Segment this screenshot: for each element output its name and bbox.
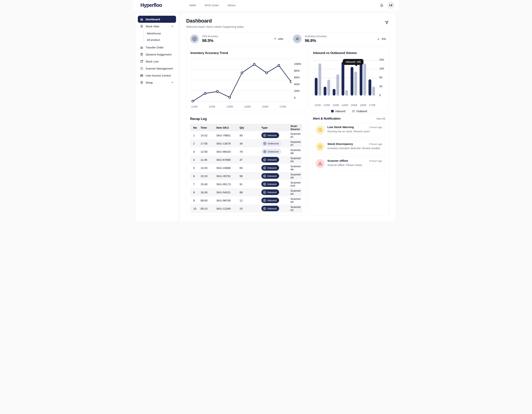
bar-chart-x-axis: 11/0912/0913/0914/0915/0916/0917/09 <box>313 104 377 107</box>
sidebar-item-scanner-management[interactable]: Scanner Management <box>138 65 176 72</box>
alert-title: Low Stock Warning <box>327 125 354 129</box>
line-point <box>266 72 267 74</box>
bar-inbound <box>342 62 344 96</box>
bar-outbond <box>327 80 330 96</box>
view-all-link[interactable]: View All <box>376 117 385 120</box>
table-row: 715:40SKU-9517391InboundScanner #10 <box>190 180 302 188</box>
sidebar-item-transfer-order[interactable]: Transfer Order <box>138 44 176 51</box>
x-tick-label: 16/09 <box>360 104 366 107</box>
main-content: Dashboard Welcome back! Here's what's ha… <box>180 13 395 221</box>
table-row: 1009:15SKU-1234523InboundScanner #2 <box>190 204 302 212</box>
line-point <box>192 100 194 102</box>
sidebar-item-label: User Access Control <box>146 74 171 77</box>
line-chart-x-axis: 11/0912/0913/0914/0915/0917/09 <box>190 103 292 108</box>
arrow-down-icon <box>377 37 380 40</box>
sidebar-submenu: WarehouseAll product <box>143 30 176 43</box>
x-tick-label: 12/09 <box>323 104 330 107</box>
alert-title: Stock Discrepancy <box>327 142 353 146</box>
bar-outbond <box>345 90 348 96</box>
type-badge-outbound: Outbound <box>261 141 281 146</box>
bar-group-11-09 <box>315 63 321 96</box>
kpi-label: Pick Accuracy <box>202 35 218 38</box>
alert-item: Scanner offline4 hours agoScanner offlin… <box>313 156 385 171</box>
alert-time: 4 hours ago <box>369 160 382 162</box>
alert-description: Scanner offline. Please restart. <box>327 164 382 166</box>
table-row: 816:30SKU-5432189InboundScanner #4 <box>190 188 302 196</box>
sidebar-item-label: Stock Lost <box>146 60 159 63</box>
y-tick-label: 20% <box>294 89 300 92</box>
sidebar-item-label: Stock View <box>146 25 159 28</box>
alert-item: Low Stock Warning2 hours agoRunning low … <box>313 123 385 137</box>
page-subtitle: Welcome back! Here's what's happening to… <box>186 25 390 28</box>
line-point <box>278 65 280 67</box>
sidebar-item-stock-lost[interactable]: Stock Lost <box>138 58 176 65</box>
file-icon <box>140 25 143 28</box>
alert-time: 3 hours ago <box>369 143 382 145</box>
notification-bell-icon[interactable] <box>380 3 384 7</box>
chart-tooltip: Inbound: 135 <box>343 59 363 65</box>
sidebar-item-setup[interactable]: Setup <box>138 79 176 86</box>
x-tick-label: 15/09 <box>262 105 268 108</box>
alert-description: Inventory mismatch detected. Review need… <box>327 147 382 150</box>
type-badge-outbound: Outbound <box>261 149 281 154</box>
tab-rfid-order[interactable]: RFID Order <box>205 4 219 7</box>
tab-wms[interactable]: WMS <box>189 4 196 7</box>
recap-log-title: Recap Log <box>190 117 302 121</box>
y-tick-label: 100% <box>294 62 301 66</box>
sidebar-item-label: Dashboard <box>146 18 160 21</box>
bar-group-12-09 <box>324 80 330 96</box>
alerts-card: Alert & Notification View All Low Stock … <box>308 113 390 216</box>
column-header: Time <box>199 124 215 131</box>
bar-chart-legend: InboundOutbond <box>313 110 385 113</box>
x-tick-label: 13/09 <box>332 104 339 107</box>
legend-item-outbond: Outbond <box>352 110 367 113</box>
x-tick-label: 17/09 <box>279 105 286 108</box>
arrow-down-circle-icon <box>263 183 266 186</box>
filter-icon[interactable] <box>385 20 389 25</box>
home-icon <box>140 18 143 21</box>
line-chart-title: Inventory Accuracy Trend <box>190 51 302 55</box>
bar-outbond <box>363 64 366 96</box>
file-icon <box>140 81 143 84</box>
arrow-down-circle-icon <box>263 158 266 161</box>
kpi-card-inventory-accuracy: Inventory Accuracy 96.8% -5% <box>289 32 390 45</box>
kpi-delta-down: -5% <box>377 37 386 40</box>
y-tick-label: 80% <box>294 69 300 72</box>
bar-group-15-09 <box>351 67 357 96</box>
sidebar-item-dashboard[interactable]: Dashboard <box>138 16 176 23</box>
sidebar-item-opname-asiggnment[interactable]: Opname Asiggnment <box>138 51 176 58</box>
arrow-down-circle-icon <box>263 207 266 210</box>
bar-inbound <box>360 61 362 96</box>
sidebar-item-user-access-control[interactable]: User Access Control <box>138 72 176 79</box>
sidebar-item-label: Opname Asiggnment <box>146 53 171 56</box>
x-tick-label: 11/09 <box>191 105 198 108</box>
x-tick-label: 11/09 <box>314 104 321 107</box>
arrow-down-circle-icon <box>263 166 266 170</box>
sidebar-item-stock-view[interactable]: Stock View <box>138 23 176 30</box>
column-header: Scan Source <box>289 124 302 131</box>
user-avatar[interactable]: LE <box>387 1 395 9</box>
line-point <box>290 81 292 83</box>
arrow-down-circle-icon <box>263 134 266 137</box>
box-question-icon <box>140 60 143 63</box>
table-row: 513:20SKU-2468065InboundScanner #6 <box>190 164 302 172</box>
type-badge-inbound: Inbound <box>261 173 279 179</box>
tab-others[interactable]: Others <box>228 4 236 7</box>
brand-logo: Hyperfloo <box>140 2 162 8</box>
arrow-down-circle-icon <box>263 199 266 202</box>
type-badge-inbound: Inbound <box>261 206 279 211</box>
sidebar-subitem-warehouse[interactable]: Warehouse <box>144 30 176 37</box>
recap-log-card: Recap Log NoTimeItem SKUQtyTypeScan Sour… <box>186 113 306 216</box>
bar-inbound <box>351 67 353 96</box>
alert-description: Running low on stock. Restock soon! <box>327 130 382 133</box>
y-tick-label: 40% <box>294 83 300 86</box>
type-badge-inbound: Inbound <box>261 181 279 187</box>
kpi-label: Inventory Accuracy <box>305 35 327 38</box>
sidebar-item-label: Scanner Management <box>146 67 173 70</box>
alerts-title: Alert & Notification <box>313 117 341 121</box>
bar-outbond <box>318 63 321 96</box>
sidebar-subitem-all-product[interactable]: All product <box>144 37 176 43</box>
kpi-delta-up: +8% <box>274 37 283 40</box>
type-badge-inbound: Inbound <box>261 133 279 138</box>
y-tick-label: 0 <box>379 94 381 97</box>
